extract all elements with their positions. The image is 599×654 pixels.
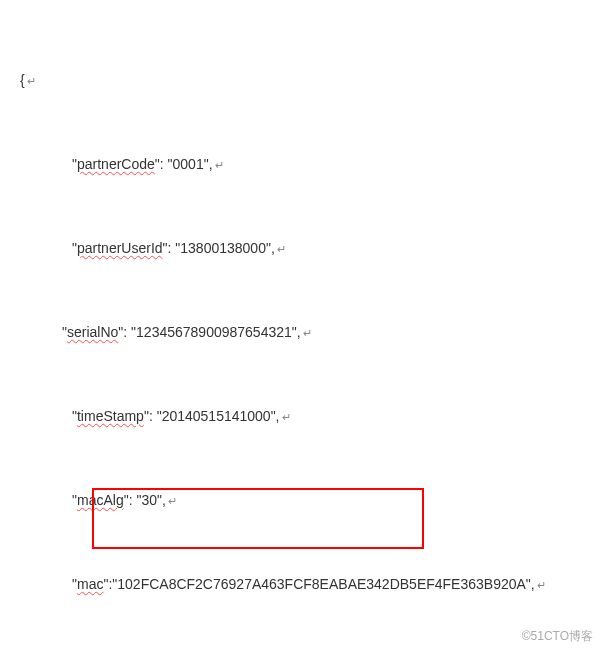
key-serialNo: serialNo: [67, 324, 118, 340]
key-timeStamp: timeStamp: [77, 408, 144, 424]
line-macAlg: "macAlg": "30",↵: [20, 486, 599, 514]
line-open-brace: {↵: [20, 66, 599, 94]
key-partnerCode: partnerCode: [77, 156, 155, 172]
line-partnerUserId: "partnerUserId": "13800138000",↵: [20, 234, 599, 262]
val-macAlg: "30",: [136, 492, 165, 508]
return-icon: ↵: [282, 411, 291, 423]
watermark-text: ©51CTO博客: [522, 624, 593, 648]
key-mac: mac: [77, 576, 103, 592]
line-timeStamp: "timeStamp": "20140515141000",↵: [20, 402, 599, 430]
key-partnerUserId: partnerUserId: [77, 240, 163, 256]
json-code-block: {↵ "partnerCode": "0001",↵ "partnerUserI…: [20, 10, 599, 654]
val-mac: :"102FCA8CF2C76927A463FCF8EABAE342DB5EF4…: [108, 576, 534, 592]
val-timeStamp: "20140515141000",: [157, 408, 280, 424]
line-mac: "mac":"102FCA8CF2C76927A463FCF8EABAE342D…: [20, 570, 599, 598]
line-serialNo: "serialNo": "12345678900987654321",↵: [20, 318, 599, 346]
return-icon: ↵: [277, 243, 286, 255]
return-icon: ↵: [215, 159, 224, 171]
key-macAlg: macAlg: [77, 492, 124, 508]
line-partnerCode: "partnerCode": "0001",↵: [20, 150, 599, 178]
return-icon: ↵: [168, 495, 177, 507]
brace: {: [20, 72, 25, 88]
val-serialNo: "12345678900987654321",: [131, 324, 301, 340]
val-partnerUserId: "13800138000",: [175, 240, 274, 256]
return-icon: ↵: [27, 75, 36, 87]
val-partnerCode: "0001",: [168, 156, 213, 172]
return-icon: ↵: [537, 579, 546, 591]
return-icon: ↵: [303, 327, 312, 339]
